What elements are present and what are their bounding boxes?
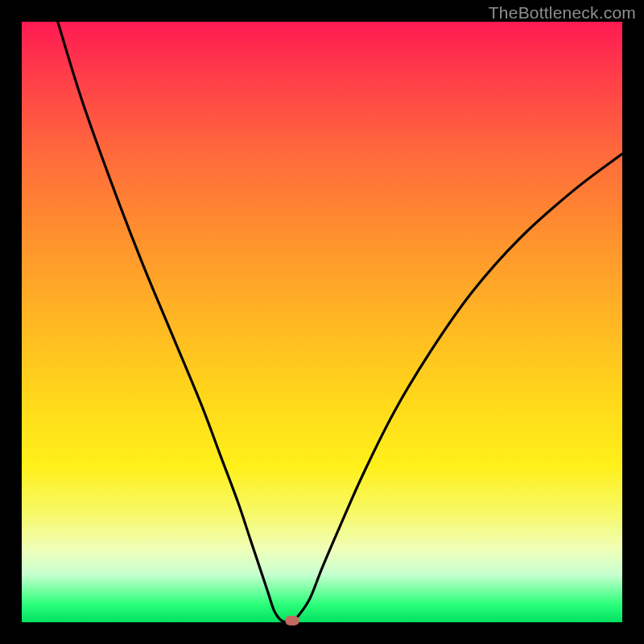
optimum-marker — [285, 616, 299, 625]
watermark-label: TheBottleneck.com — [489, 3, 636, 23]
chart-frame: TheBottleneck.com — [0, 0, 644, 644]
plot-area — [22, 22, 622, 622]
curve-layer — [22, 22, 622, 622]
bottleneck-curve — [58, 22, 622, 622]
